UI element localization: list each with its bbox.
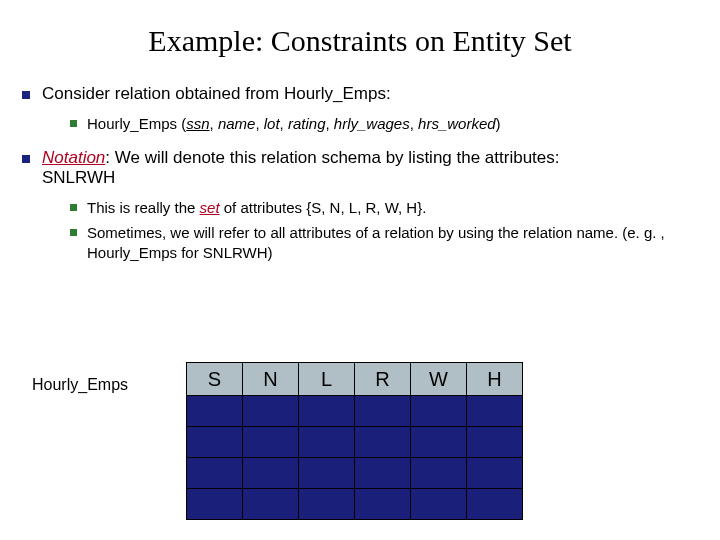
table-row [187, 458, 523, 489]
slide-title: Example: Constraints on Entity Set [22, 24, 698, 58]
slide: Example: Constraints on Entity Set Consi… [0, 0, 720, 540]
attr-hrly-wages: hrly_wages [334, 115, 410, 132]
bullet-1a-text: Hourly_Emps (ssn, name, lot, rating, hrl… [87, 114, 501, 134]
square-bullet-icon [70, 229, 77, 236]
bullet-2a-text: This is really the set of attributes {S,… [87, 198, 426, 218]
schema-table: S N L R W H [186, 362, 523, 520]
attr-hrs-worked: hrs_worked [418, 115, 496, 132]
table-header-row: S N L R W H [187, 363, 523, 396]
bullet-1a: Hourly_Emps (ssn, name, lot, rating, hrl… [70, 114, 698, 134]
schema-shorthand: SNLRWH [42, 168, 115, 187]
text: of attributes {S, N, L, R, W, H}. [220, 199, 427, 216]
col-S: S [187, 363, 243, 396]
notation-label: Notation [42, 148, 105, 167]
attr-rating: rating [288, 115, 326, 132]
square-bullet-icon [22, 91, 30, 99]
square-bullet-icon [22, 155, 30, 163]
attr-name: name [218, 115, 256, 132]
bullet-1: Consider relation obtained from Hourly_E… [22, 84, 698, 104]
attr-ssn: ssn [186, 115, 209, 132]
bullet-2: Notation: We will denote this relation s… [22, 148, 698, 188]
sep: , [325, 115, 333, 132]
sep: , [210, 115, 218, 132]
col-N: N [243, 363, 299, 396]
colon: : [105, 148, 114, 167]
table-row [187, 427, 523, 458]
sep: , [280, 115, 288, 132]
bullet-2b: Sometimes, we will refer to all attribut… [70, 223, 698, 264]
sep: , [255, 115, 263, 132]
col-W: W [411, 363, 467, 396]
col-L: L [299, 363, 355, 396]
bullet-2-rest: We will denote this relation schema by l… [115, 148, 560, 167]
table-row [187, 489, 523, 520]
col-R: R [355, 363, 411, 396]
table-label: Hourly_Emps [32, 376, 128, 394]
bullet-2a: This is really the set of attributes {S,… [70, 198, 698, 218]
bullet-2b-text: Sometimes, we will refer to all attribut… [87, 223, 698, 264]
relation-name: Hourly_Emps ( [87, 115, 186, 132]
sep: , [410, 115, 418, 132]
col-H: H [467, 363, 523, 396]
text: This is really the [87, 199, 200, 216]
attr-lot: lot [264, 115, 280, 132]
table-row [187, 396, 523, 427]
square-bullet-icon [70, 204, 77, 211]
paren-close: ) [496, 115, 501, 132]
set-word: set [200, 199, 220, 216]
bullet-1-text: Consider relation obtained from Hourly_E… [42, 84, 391, 104]
bullet-2-text: Notation: We will denote this relation s… [42, 148, 560, 188]
square-bullet-icon [70, 120, 77, 127]
